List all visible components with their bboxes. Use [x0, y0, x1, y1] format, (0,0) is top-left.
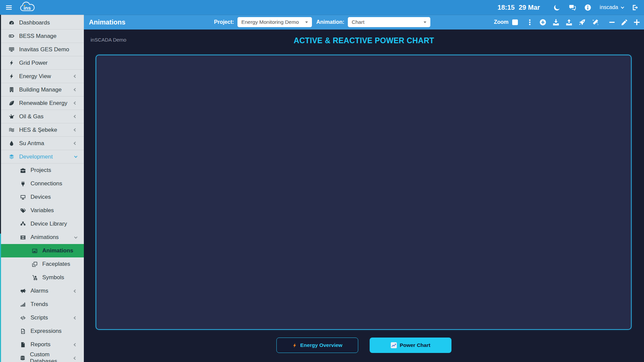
sidebar-item-label: Alarms	[31, 288, 48, 294]
sidebar-item-label: Development	[19, 154, 53, 160]
rocket-button[interactable]	[578, 18, 586, 26]
sidebar-item-su-ar-tma[interactable]: Su Arıtma	[0, 137, 84, 150]
breadcrumb: inSCADA Demo	[91, 37, 126, 43]
clock-time: 18:15	[497, 4, 515, 11]
sidebar-item-scripts[interactable]: Scripts	[0, 311, 84, 324]
zoom-checkbox[interactable]	[512, 19, 518, 25]
upload-icon	[566, 19, 573, 26]
upload-button[interactable]	[565, 18, 573, 26]
gauge-icon	[8, 20, 15, 26]
sidebar-item-renewable-energy[interactable]: Renewable Energy	[0, 97, 84, 110]
sidebar-item-oil-gas[interactable]: Oil & Gas	[0, 110, 84, 123]
megaphone-icon	[19, 288, 26, 294]
chevron-down-icon	[74, 235, 77, 239]
sidebar-item-animations[interactable]: Animations	[0, 231, 84, 244]
sidebar-item-dashboards[interactable]: Dashboards	[0, 16, 84, 29]
page-header: Animations Project: Energy Monitoring De…	[84, 15, 644, 29]
sitemap-icon	[19, 221, 26, 227]
hamburger-menu-button[interactable]	[5, 3, 13, 11]
oil-can-icon	[8, 114, 15, 120]
chevron-left-icon	[74, 115, 77, 118]
power-chart-button[interactable]: Power Chart	[370, 338, 451, 353]
kebab-menu-icon	[526, 19, 533, 26]
hamburger-icon	[5, 4, 12, 11]
sidebar-item-expressions[interactable]: Expressions	[0, 324, 84, 338]
energy-overview-button[interactable]: Energy Overview	[276, 338, 358, 353]
zoom-label: Zoom	[494, 19, 508, 25]
sidebar-item-reports[interactable]: Reports	[0, 338, 84, 351]
chevron-left-icon	[74, 75, 77, 78]
rocket-icon	[579, 19, 586, 26]
sidebar-item-connections[interactable]: Connections	[0, 177, 84, 190]
chat-button[interactable]	[569, 4, 576, 11]
sidebar-item-energy-view[interactable]: Energy View	[0, 70, 84, 83]
sidebar-item-grid-power[interactable]: Grid Power	[0, 56, 84, 70]
minus-button[interactable]	[608, 18, 615, 26]
sidebar-item-hes-ebeke[interactable]: HES & Şebeke	[0, 123, 84, 137]
sidebar-item-animations[interactable]: Animations	[0, 244, 84, 257]
sidebar-item-label: HES & Şebeke	[19, 127, 57, 133]
animation-select[interactable]: Chart	[348, 17, 430, 27]
sidebar-item-device-library[interactable]: Device Library	[0, 217, 84, 231]
sidebar-item-label: Custom Databases	[30, 351, 74, 362]
sidebar-item-inavitas-ges-demo[interactable]: Inavitas GES Demo	[0, 43, 84, 56]
clone-icon	[31, 261, 38, 267]
moon-button[interactable]	[553, 4, 561, 11]
sidebar-item-trends[interactable]: Trends	[0, 298, 84, 311]
magic-wand-button[interactable]	[591, 18, 599, 26]
sidebar-item-label: Faceplates	[42, 261, 70, 267]
sidebar-item-label: Expressions	[31, 328, 62, 335]
chart-panel	[96, 55, 632, 330]
clock: 18:15 29 Mar	[497, 4, 540, 11]
sidebar-item-label: Energy View	[19, 73, 51, 80]
sidebar-item-label: Su Arıtma	[19, 140, 44, 147]
building-icon	[8, 87, 15, 93]
download-button[interactable]	[552, 18, 559, 26]
sidebar-item-label: Animations	[31, 234, 59, 241]
chevron-left-icon	[74, 142, 77, 145]
sidebar-item-custom-databases[interactable]: Custom Databases	[0, 351, 84, 362]
download-icon	[552, 19, 559, 26]
sidebar-item-label: Trends	[31, 301, 48, 308]
hand-truck-icon	[31, 275, 38, 281]
briefcase-icon	[19, 167, 26, 173]
logout-button[interactable]	[631, 3, 639, 11]
tags-icon	[19, 207, 26, 214]
signal-bars-icon	[19, 301, 26, 307]
kebab-menu-button[interactable]	[526, 18, 533, 26]
sidebar-item-label: Connections	[31, 180, 62, 187]
username: inscada	[600, 4, 618, 10]
layers-icon	[8, 154, 15, 160]
bolt-icon	[8, 73, 15, 79]
animation-label: Animation:	[316, 19, 344, 25]
sidebar-item-label: Symbols	[42, 274, 64, 281]
droplet-icon	[8, 140, 15, 146]
sidebar-item-label: Device Library	[31, 221, 67, 227]
waves-icon	[8, 127, 15, 133]
chevron-left-icon	[74, 128, 77, 132]
animation-canvas-area: inSCADA Demo ACTIVE & REACTIVE POWER CHA…	[84, 29, 644, 362]
pencil-button[interactable]	[621, 18, 628, 26]
info-button[interactable]	[584, 4, 592, 11]
sidebar-item-label: Devices	[31, 194, 51, 200]
code-icon	[19, 315, 26, 321]
sidebar-item-projects[interactable]: Projects	[0, 164, 84, 177]
sidebar-item-faceplates[interactable]: Faceplates	[0, 257, 84, 271]
sidebar-item-bess-manage[interactable]: BESS Manage	[0, 29, 84, 43]
sidebar-item-label: Renewable Energy	[19, 100, 67, 107]
sidebar-item-alarms[interactable]: Alarms	[0, 284, 84, 298]
user-menu[interactable]: inscada	[600, 4, 623, 10]
add-circle-button[interactable]	[539, 18, 546, 26]
project-select[interactable]: Energy Monitoring Demo	[237, 17, 312, 27]
sidebar-item-label: Grid Power	[19, 60, 48, 66]
sidebar-item-building-manage[interactable]: Building Manage	[0, 83, 84, 97]
sidebar-item-devices[interactable]: Devices	[0, 190, 84, 204]
chevron-left-icon	[74, 343, 77, 346]
sidebar-item-label: BESS Manage	[19, 33, 57, 40]
app-logo[interactable]: ins	[18, 1, 36, 13]
sidebar-item-symbols[interactable]: Symbols	[0, 271, 84, 284]
sidebar-item-variables[interactable]: Variables	[0, 204, 84, 217]
file-code-icon	[19, 328, 26, 334]
plus-button[interactable]	[633, 18, 640, 26]
sidebar-item-development[interactable]: Development	[0, 150, 84, 164]
